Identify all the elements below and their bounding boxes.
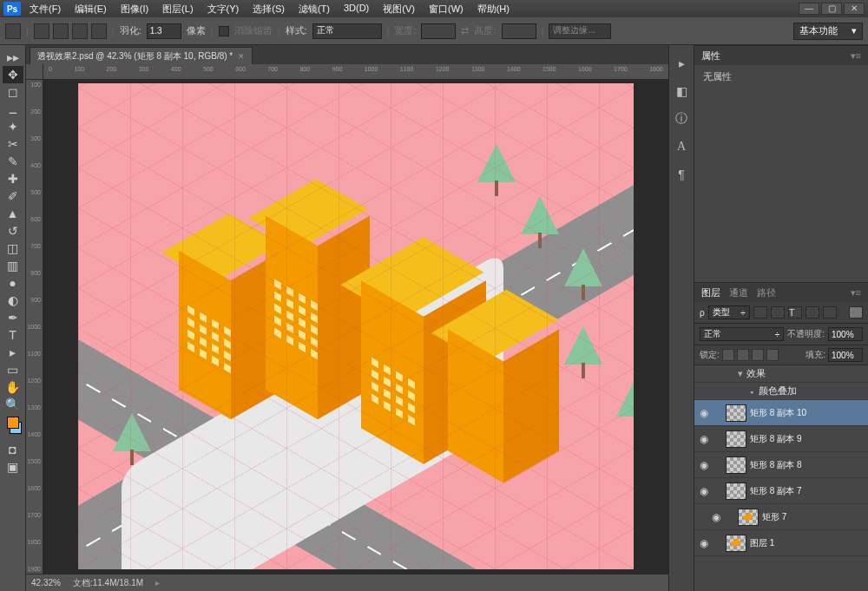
refine-edge-button[interactable]: 调整边缘... (549, 23, 611, 39)
zoom-value[interactable]: 42.32% (31, 578, 61, 588)
minimize-button[interactable]: — (799, 3, 819, 15)
history-panel-icon[interactable]: ▸ (672, 54, 691, 73)
collapse-icon[interactable]: ▸▸ (3, 49, 23, 66)
menu-layer[interactable]: 图层(L) (159, 1, 196, 17)
filter-pixel-icon[interactable] (753, 306, 767, 318)
horizontal-ruler[interactable]: 0100200300400500600700800900100011001200… (43, 64, 668, 80)
visibility-icon[interactable]: ◉ (698, 433, 710, 445)
maximize-button[interactable]: ▢ (821, 3, 842, 15)
selection-intersect-icon[interactable] (91, 23, 107, 39)
visibility-icon[interactable]: ◉ (710, 511, 722, 523)
layer-name[interactable]: 矩形 7 (762, 511, 865, 523)
lock-position-icon[interactable] (752, 349, 764, 361)
color-panel-icon[interactable]: ◧ (672, 82, 691, 101)
filter-toggle-icon[interactable] (849, 306, 863, 318)
layer-name[interactable]: 图层 1 (750, 537, 865, 549)
document-tab[interactable]: 透视效果2.psd @ 42.3% (矩形 8 副本 10, RGB/8) * … (30, 47, 253, 64)
vertical-ruler[interactable]: 1002003004005006007008009001000110012001… (26, 64, 43, 574)
move-tool[interactable]: ✥ (3, 66, 23, 83)
panel-menu-icon[interactable]: ▾≡ (851, 287, 861, 299)
layer-fx-header[interactable]: 效果 (694, 365, 868, 383)
dodge-tool[interactable]: ◐ (3, 292, 23, 309)
brush-tool[interactable]: ✐ (3, 187, 23, 205)
style-select[interactable]: 正常 (312, 23, 382, 39)
layer-name[interactable]: 矩形 8 副本 9 (750, 433, 865, 445)
layer-row[interactable]: ◉ 矩形 7 (694, 504, 868, 530)
workspace-switcher[interactable]: 基本功能▾ (793, 23, 863, 40)
pen-tool[interactable]: ✒ (3, 309, 23, 326)
layer-thumb[interactable] (738, 509, 759, 526)
layer-filter-kind[interactable]: 类型÷ (708, 305, 750, 319)
eraser-tool[interactable]: ◫ (3, 240, 23, 257)
history-brush-tool[interactable]: ↺ (3, 222, 23, 240)
tab-channels[interactable]: 通道 (729, 286, 748, 299)
layer-name[interactable]: 矩形 8 副本 8 (750, 459, 865, 471)
layer-list[interactable]: 效果 颜色叠加 ◉ 矩形 8 副本 10 ◉ 矩形 8 副本 9 ◉ (694, 365, 868, 556)
fill-input[interactable] (828, 348, 863, 362)
selection-add-icon[interactable] (53, 23, 69, 39)
lock-transparency-icon[interactable] (722, 349, 734, 361)
filter-type-icon[interactable]: T (788, 306, 802, 318)
hand-tool[interactable]: ✋ (3, 378, 23, 396)
blur-tool[interactable]: ● (3, 274, 23, 292)
menu-view[interactable]: 视图(V) (379, 1, 418, 17)
quickmask-icon[interactable]: ◘ (3, 441, 23, 458)
layer-row[interactable]: ◉ 矩形 8 副本 7 (694, 478, 868, 504)
marquee-tool[interactable]: ◻ (3, 83, 23, 101)
type-tool[interactable]: T (3, 326, 23, 344)
foreground-swatch[interactable] (7, 417, 19, 429)
layer-fx-coloroverlay[interactable]: 颜色叠加 (694, 383, 868, 400)
menu-file[interactable]: 文件(F) (26, 1, 64, 17)
shape-tool[interactable]: ▭ (3, 361, 23, 378)
tab-properties[interactable]: 属性 (701, 49, 720, 62)
layer-thumb[interactable] (726, 430, 746, 448)
character-panel-icon[interactable]: A (672, 137, 691, 156)
visibility-icon[interactable]: ◉ (698, 537, 710, 549)
lock-all-icon[interactable] (766, 349, 779, 361)
menu-filter[interactable]: 滤镜(T) (295, 1, 333, 17)
layer-thumb[interactable] (726, 404, 746, 422)
layer-name[interactable]: 矩形 8 副本 10 (750, 407, 865, 419)
zoom-tool[interactable]: 🔍 (3, 396, 23, 413)
menu-edit[interactable]: 编辑(E) (71, 1, 110, 17)
opacity-input[interactable] (828, 327, 863, 341)
canvas[interactable] (78, 83, 634, 569)
visibility-icon[interactable]: ◉ (698, 407, 710, 419)
layer-thumb[interactable] (726, 483, 746, 500)
menu-image[interactable]: 图像(I) (117, 1, 152, 17)
antialias-checkbox[interactable] (219, 26, 229, 36)
lasso-tool[interactable]: ــ (3, 101, 23, 118)
visibility-icon[interactable]: ◉ (698, 459, 710, 471)
menu-3d[interactable]: 3D(D) (340, 1, 372, 17)
filter-smart-icon[interactable] (823, 306, 837, 318)
layer-thumb[interactable] (726, 456, 746, 474)
panel-menu-icon[interactable]: ▾≡ (851, 50, 861, 62)
swatches-panel-icon[interactable]: ⓘ (672, 109, 691, 128)
menu-select[interactable]: 选择(S) (249, 1, 288, 17)
tab-layers[interactable]: 图层 (701, 286, 720, 299)
tab-paths[interactable]: 路径 (757, 286, 776, 299)
selection-subtract-icon[interactable] (72, 23, 88, 39)
close-tab-icon[interactable]: ✕ (238, 52, 245, 61)
menu-help[interactable]: 帮助(H) (474, 1, 513, 17)
filter-adjust-icon[interactable] (771, 306, 785, 318)
path-select-tool[interactable]: ▸ (3, 344, 23, 361)
marquee-tool-preset-icon[interactable] (5, 23, 21, 39)
lock-pixels-icon[interactable] (737, 349, 749, 361)
layer-row[interactable]: ◉ 矩形 8 副本 9 (694, 426, 868, 452)
selection-new-icon[interactable] (34, 23, 49, 39)
filter-shape-icon[interactable] (806, 306, 819, 318)
visibility-icon[interactable]: ◉ (698, 485, 710, 497)
feather-input[interactable] (147, 23, 181, 39)
layer-name[interactable]: 矩形 8 副本 7 (750, 485, 865, 497)
stamp-tool[interactable]: ▲ (3, 205, 23, 222)
status-menu-icon[interactable]: ▸ (155, 578, 160, 588)
menu-window[interactable]: 窗口(W) (425, 1, 467, 17)
canvas-viewport[interactable] (43, 80, 668, 574)
layer-row[interactable]: ◉ 矩形 8 副本 8 (694, 452, 868, 478)
screenmode-icon[interactable]: ▣ (3, 458, 23, 476)
crop-tool[interactable]: ✂ (3, 135, 23, 153)
gradient-tool[interactable]: ▥ (3, 257, 23, 274)
layer-row[interactable]: ◉ 矩形 8 副本 10 (694, 400, 868, 426)
layer-row[interactable]: ◉ 图层 1 (694, 530, 868, 556)
